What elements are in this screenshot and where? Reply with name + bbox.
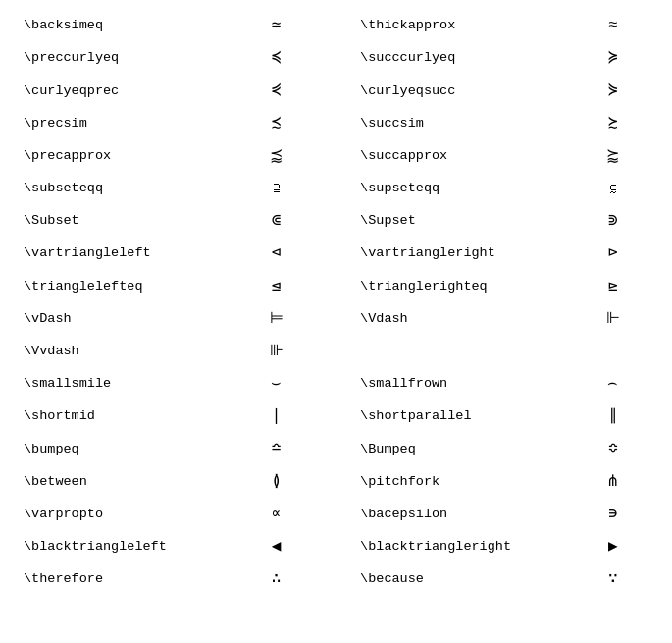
table-row: \therefore∴\because∵ bbox=[16, 563, 656, 596]
gap bbox=[320, 271, 352, 303]
table-row: \subseteqq⫆\supseteqq⫇ bbox=[16, 173, 656, 205]
table-row: \trianglelefteq⊴\trianglerighteq⊵ bbox=[16, 271, 656, 303]
gap bbox=[320, 499, 352, 531]
table-row: \Subset⋐\Supset⋑ bbox=[16, 205, 656, 238]
command-left: \Subset bbox=[16, 205, 233, 238]
command-left: \precapprox bbox=[16, 140, 233, 173]
symbol-left: ≬ bbox=[233, 466, 320, 499]
table-row: \smallsmile⌣\smallfrown⌢ bbox=[16, 368, 656, 401]
command-left: \therefore bbox=[16, 563, 233, 596]
command-right: \because bbox=[352, 563, 569, 596]
table-row: \shortmid∣\shortparallel∥ bbox=[16, 401, 656, 433]
table-row: \curlyeqprec⋞\curlyeqsucc⋟ bbox=[16, 75, 656, 107]
symbol-right: ▶ bbox=[569, 531, 656, 563]
symbol-left: ⊨ bbox=[233, 303, 320, 336]
symbol-right: ∵ bbox=[569, 563, 656, 596]
symbol-left: ◀ bbox=[233, 531, 320, 563]
command-left: \between bbox=[16, 466, 233, 499]
gap bbox=[320, 336, 352, 368]
gap bbox=[320, 401, 352, 433]
symbol-right: ⋟ bbox=[569, 75, 656, 107]
command-left: \precsim bbox=[16, 108, 233, 140]
table-row: \Vvdash⊪ bbox=[16, 336, 656, 368]
table-row: \vartriangleleft⊲\vartriangleright⊳ bbox=[16, 238, 656, 270]
symbol-left: ⊲ bbox=[233, 238, 320, 270]
gap bbox=[320, 466, 352, 499]
command-right bbox=[352, 336, 569, 368]
symbol-right: ⋔ bbox=[569, 466, 656, 499]
command-right: \smallfrown bbox=[352, 368, 569, 401]
gap bbox=[320, 303, 352, 336]
gap bbox=[320, 108, 352, 140]
symbol-left: ∴ bbox=[233, 563, 320, 596]
symbol-left: ⊴ bbox=[233, 271, 320, 303]
command-right: \Vdash bbox=[352, 303, 569, 336]
symbol-left: ⋐ bbox=[233, 205, 320, 238]
symbol-right: ⊳ bbox=[569, 238, 656, 270]
command-right: \trianglerighteq bbox=[352, 271, 569, 303]
gap bbox=[320, 368, 352, 401]
symbol-right: ⫇ bbox=[569, 173, 656, 205]
symbol-right bbox=[569, 336, 656, 368]
command-left: \curlyeqprec bbox=[16, 75, 233, 107]
command-right: \vartriangleright bbox=[352, 238, 569, 270]
table-row: \varpropto∝\bacepsilon∍ bbox=[16, 499, 656, 531]
table-row: \bumpeq≏\Bumpeq≎ bbox=[16, 433, 656, 465]
symbol-right: ⪸ bbox=[569, 140, 656, 173]
symbol-left: ⊪ bbox=[233, 336, 320, 368]
command-left: \blacktriangleleft bbox=[16, 531, 233, 563]
command-right: \supseteqq bbox=[352, 173, 569, 205]
command-left: \shortmid bbox=[16, 401, 233, 433]
symbol-left: ⌣ bbox=[233, 368, 320, 401]
symbol-right: ≈ bbox=[569, 10, 656, 42]
gap bbox=[320, 433, 352, 465]
table-row: \between≬\pitchfork⋔ bbox=[16, 466, 656, 499]
symbol-left: ∝ bbox=[233, 499, 320, 531]
table-row: \preccurlyeq≼\succcurlyeq≽ bbox=[16, 42, 656, 75]
command-right: \shortparallel bbox=[352, 401, 569, 433]
symbol-right: ∍ bbox=[569, 499, 656, 531]
command-left: \backsimeq bbox=[16, 10, 233, 42]
gap bbox=[320, 10, 352, 42]
command-right: \blacktriangleright bbox=[352, 531, 569, 563]
table-row: \precapprox⪷\succapprox⪸ bbox=[16, 140, 656, 173]
command-left: \bumpeq bbox=[16, 433, 233, 465]
symbol-table: \backsimeq≃\thickapprox≈\preccurlyeq≼\su… bbox=[16, 10, 656, 596]
gap bbox=[320, 238, 352, 270]
gap bbox=[320, 563, 352, 596]
command-right: \succsim bbox=[352, 108, 569, 140]
symbol-right: ⌢ bbox=[569, 368, 656, 401]
gap bbox=[320, 75, 352, 107]
symbol-left: ⪷ bbox=[233, 140, 320, 173]
command-right: \thickapprox bbox=[352, 10, 569, 42]
table-row: \blacktriangleleft◀\blacktriangleright▶ bbox=[16, 531, 656, 563]
command-right: \succcurlyeq bbox=[352, 42, 569, 75]
symbol-right: ≿ bbox=[569, 108, 656, 140]
symbol-right: ⋑ bbox=[569, 205, 656, 238]
table-row: \backsimeq≃\thickapprox≈ bbox=[16, 10, 656, 42]
command-left: \vDash bbox=[16, 303, 233, 336]
symbol-right: ⊩ bbox=[569, 303, 656, 336]
symbol-left: ≾ bbox=[233, 108, 320, 140]
command-right: \pitchfork bbox=[352, 466, 569, 499]
symbol-right: ⊵ bbox=[569, 271, 656, 303]
symbol-right: ∥ bbox=[569, 401, 656, 433]
command-left: \smallsmile bbox=[16, 368, 233, 401]
symbol-left: ⫆ bbox=[233, 173, 320, 205]
command-left: \preccurlyeq bbox=[16, 42, 233, 75]
command-right: \curlyeqsucc bbox=[352, 75, 569, 107]
command-right: \Bumpeq bbox=[352, 433, 569, 465]
command-left: \trianglelefteq bbox=[16, 271, 233, 303]
symbol-left: ⋞ bbox=[233, 75, 320, 107]
command-left: \subseteqq bbox=[16, 173, 233, 205]
gap bbox=[320, 42, 352, 75]
symbol-left: ∣ bbox=[233, 401, 320, 433]
command-left: \varpropto bbox=[16, 499, 233, 531]
gap bbox=[320, 173, 352, 205]
command-left: \Vvdash bbox=[16, 336, 233, 368]
gap bbox=[320, 205, 352, 238]
table-row: \precsim≾\succsim≿ bbox=[16, 108, 656, 140]
symbol-left: ≼ bbox=[233, 42, 320, 75]
gap bbox=[320, 140, 352, 173]
gap bbox=[320, 531, 352, 563]
